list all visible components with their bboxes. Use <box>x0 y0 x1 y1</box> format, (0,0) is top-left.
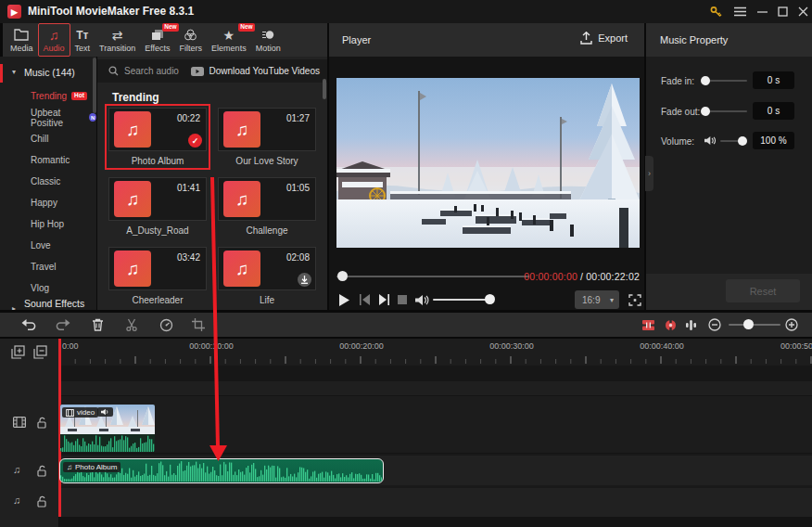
zoom-in-button[interactable] <box>781 315 802 334</box>
volume-thumb[interactable] <box>738 136 747 146</box>
library-scrollbar[interactable] <box>323 79 326 99</box>
audio-track-1-lock-icon[interactable] <box>37 465 47 477</box>
audio-card-cheerleader[interactable]: ♫ 03:42 Cheerleader <box>105 243 210 309</box>
previous-frame-button[interactable] <box>359 290 371 309</box>
sidebar-item-happy[interactable]: Happy <box>0 192 96 213</box>
seek-thumb[interactable] <box>337 271 348 281</box>
undo-button[interactable] <box>19 315 39 334</box>
sidebar-item-travel[interactable]: Travel <box>0 256 96 277</box>
music-tile-icon: ♫ <box>223 251 260 287</box>
player-volume-thumb[interactable] <box>485 294 495 304</box>
duration-label: 01:05 <box>286 183 310 193</box>
app-title: MiniTool MovieMaker Free 8.3.1 <box>28 5 194 18</box>
audio-card-photo-album[interactable]: ♫ 00:22 ✓ Photo Album <box>105 104 210 170</box>
aspect-ratio-select[interactable]: 16:9 ▾ <box>575 290 619 309</box>
minimize-button[interactable] <box>753 3 771 19</box>
video-track[interactable] <box>59 395 812 454</box>
timeline-ruler[interactable]: 0:00 00:00:10:00 00:00:20:00 00:00:30:00… <box>59 339 812 366</box>
volume-speaker-icon <box>704 135 717 146</box>
duration-label: 01:27 <box>286 113 310 123</box>
music-property-title: Music Property <box>660 34 728 45</box>
track-manager-icon[interactable] <box>638 315 658 334</box>
timeline-toolbar <box>0 312 812 338</box>
fade-out-thumb[interactable] <box>701 107 710 116</box>
tab-media[interactable]: Media <box>6 24 38 56</box>
crop-button[interactable] <box>188 315 209 334</box>
export-icon <box>580 32 592 45</box>
video-preview[interactable] <box>336 78 640 248</box>
stop-button[interactable] <box>398 290 407 309</box>
maximize-button[interactable] <box>773 3 792 19</box>
motion-icon <box>261 28 275 43</box>
zoom-out-button[interactable] <box>704 315 725 334</box>
music-note-icon: ♫ <box>49 28 59 43</box>
youtube-icon <box>191 67 204 76</box>
sidebar-item-trending[interactable]: Trending Hot <box>0 85 96 107</box>
license-key-icon[interactable] <box>706 3 725 19</box>
speed-button[interactable] <box>156 315 176 334</box>
split-scissors-button[interactable] <box>121 315 142 334</box>
timeline-zoom-slider[interactable] <box>729 324 780 326</box>
reset-button[interactable]: Reset <box>726 279 800 302</box>
audio-card-a-dusty-road[interactable]: ♫ 01:41 A_Dusty_Road <box>105 174 210 239</box>
timeline: 0:00 00:00:10:00 00:00:20:00 00:00:30:00… <box>0 339 812 527</box>
export-button[interactable]: Export <box>580 32 628 45</box>
audio-waveform-toggle-icon[interactable] <box>680 315 701 334</box>
timeline-gap-row <box>59 366 812 381</box>
transition-icon: ⇄ <box>112 28 123 43</box>
sidebar-item-chill[interactable]: Chill <box>0 128 96 149</box>
collapse-track-button[interactable] <box>33 345 47 359</box>
app-logo-icon: ▶ <box>7 5 21 19</box>
tab-motion[interactable]: Motion <box>251 24 285 56</box>
audio-track-1-icon: ♫ <box>13 464 20 475</box>
download-icon[interactable] <box>298 273 311 287</box>
snap-magnet-icon[interactable] <box>660 315 680 334</box>
fade-in-thumb[interactable] <box>701 76 710 85</box>
player-panel: 00:00:00:00 / 00:00:22:02 16:9 ▾ <box>329 57 644 310</box>
card-name: Photo Album <box>108 156 207 166</box>
close-button[interactable] <box>793 3 812 19</box>
sidebar-item-upbeat-positive[interactable]: Upbeat Positive N <box>0 107 96 128</box>
filters-icon <box>184 28 197 43</box>
video-track-lock-icon[interactable] <box>37 417 47 429</box>
timecode: 00:00:00:00 / 00:00:22:02 <box>524 271 640 282</box>
sidebar-item-love[interactable]: Love <box>0 235 96 256</box>
sidebar-item-vlog[interactable]: Vlog <box>0 277 96 299</box>
sidebar-group-sound-effects[interactable]: ▸ Sound Effects (106) <box>0 298 96 310</box>
tab-text[interactable]: Tᴛ Text <box>70 24 95 56</box>
menu-icon[interactable] <box>730 3 749 19</box>
seek-bar[interactable] <box>336 276 529 277</box>
audio-clip-photo-album[interactable]: ♫ Photo Album <box>59 458 384 483</box>
search-input[interactable]: Search audio <box>124 66 179 76</box>
next-frame-button[interactable] <box>378 290 390 309</box>
sidebar-item-hip-hop[interactable]: Hip Hop <box>0 213 96 235</box>
sidebar-group-music[interactable]: ▾ Music (144) <box>0 61 96 83</box>
play-button[interactable] <box>338 290 349 309</box>
audio-card-life[interactable]: ♫ 02:08 Life <box>214 243 320 309</box>
panel-collapse-handle[interactable]: › <box>645 156 653 191</box>
audio-card-our-love-story[interactable]: ♫ 01:27 Our Love Story <box>214 104 320 170</box>
fullscreen-icon[interactable] <box>628 290 641 309</box>
tab-transition[interactable]: ⇄ Transition <box>95 24 140 56</box>
card-name: Life <box>218 295 316 305</box>
active-group-accent <box>0 64 3 83</box>
delete-button[interactable] <box>87 315 108 334</box>
music-property-panel: Fade in: 0 s Fade out: 0 s Volume: 100 %… <box>646 57 812 310</box>
tab-filters[interactable]: Filters <box>175 24 208 56</box>
audio-track-2[interactable] <box>59 488 812 517</box>
tab-audio[interactable]: ♫ Audio <box>38 23 70 57</box>
sidebar-item-classic[interactable]: Classic <box>0 171 96 192</box>
sidebar-scrollbar[interactable] <box>93 58 96 113</box>
fade-in-label: Fade in: <box>661 76 694 86</box>
audio-card-challenge[interactable]: ♫ 01:05 Challenge <box>214 174 320 239</box>
sidebar-item-romantic[interactable]: Romantic <box>0 149 96 171</box>
timeline-zoom-thumb[interactable] <box>743 319 754 329</box>
download-youtube-button[interactable]: Download YouTube Videos <box>209 66 320 76</box>
redo-button[interactable] <box>53 315 73 334</box>
video-clip[interactable]: video <box>60 405 155 452</box>
audio-track-2-lock-icon[interactable] <box>37 495 47 508</box>
tab-elements[interactable]: New ★ Elements <box>207 24 251 56</box>
speaker-icon[interactable] <box>415 290 429 309</box>
add-track-button[interactable] <box>11 345 25 359</box>
tab-effects[interactable]: New Effects <box>140 24 174 56</box>
